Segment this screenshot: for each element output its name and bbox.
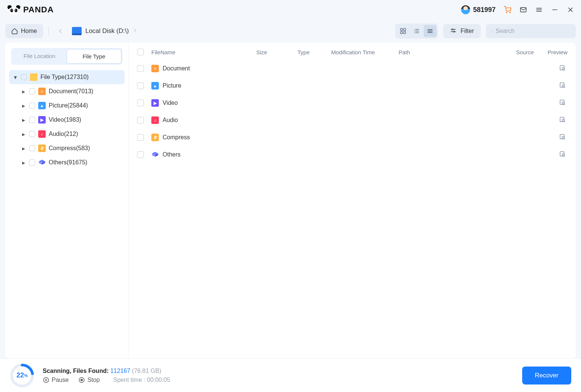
preview-button[interactable]: [559, 116, 568, 124]
file-row[interactable]: ♪Audio: [129, 112, 576, 129]
chevron-right-icon[interactable]: ▸: [21, 117, 26, 122]
list-header: FileName Size Type Modification Time Pat…: [129, 43, 576, 60]
file-row[interactable]: Others: [129, 146, 576, 163]
checkbox[interactable]: [137, 151, 144, 158]
search-input[interactable]: [496, 28, 571, 34]
tree-root-file-type[interactable]: ▾ File Type(127310): [9, 70, 125, 84]
checkbox[interactable]: [137, 65, 144, 72]
chevron-right-icon[interactable]: ▸: [21, 146, 26, 151]
tree-item[interactable]: ▸▲Picture(25844): [17, 98, 125, 113]
file-row[interactable]: ⇵Compress: [129, 129, 576, 146]
app-logo: PANDA: [7, 4, 54, 15]
tree-item[interactable]: ▸≡Document(7013): [17, 84, 125, 98]
back-button[interactable]: [54, 25, 67, 37]
footer: 22% Scanning, Files Found: 112167 (76.81…: [0, 358, 581, 392]
view-mode-group: [395, 24, 438, 39]
recover-button[interactable]: Recover: [522, 367, 571, 385]
col-path[interactable]: Path: [399, 49, 500, 55]
svg-point-65: [81, 379, 83, 381]
tab-file-type[interactable]: File Type: [67, 49, 122, 64]
file-name: Document: [163, 65, 190, 72]
select-all-checkbox[interactable]: [137, 49, 144, 55]
svg-point-3: [10, 9, 13, 12]
svg-rect-19: [404, 32, 406, 34]
scan-info: Scanning, Files Found: 112167 (76.81 GB)…: [43, 368, 170, 383]
view-detail-button[interactable]: [410, 25, 423, 37]
file-row[interactable]: ≡Document: [129, 60, 576, 77]
checkbox[interactable]: [137, 134, 144, 141]
svg-point-32: [454, 31, 455, 32]
svg-point-6: [15, 10, 16, 10]
search-box[interactable]: [486, 24, 576, 38]
col-type[interactable]: Type: [297, 49, 331, 55]
panda-icon: [7, 4, 21, 15]
home-label: Home: [21, 28, 37, 34]
doc-icon: ≡: [38, 88, 46, 95]
preview-button[interactable]: [559, 133, 568, 142]
breadcrumb-label[interactable]: Local Disk (D:\): [85, 27, 129, 35]
tree-item[interactable]: ▸Others(91675): [17, 155, 125, 170]
checkbox[interactable]: [29, 145, 35, 151]
col-preview[interactable]: Preview: [534, 49, 568, 55]
checkbox[interactable]: [137, 82, 144, 89]
checkbox[interactable]: [137, 100, 144, 106]
tree-label: Document(7013): [49, 88, 93, 95]
file-row[interactable]: ▶Video: [129, 94, 576, 112]
checkbox[interactable]: [29, 88, 35, 94]
user-chip[interactable]: 581997: [461, 5, 496, 14]
tab-file-location[interactable]: File Location: [12, 49, 67, 64]
user-id: 581997: [473, 6, 496, 14]
content: FileName Size Type Modification Time Pat…: [129, 43, 576, 358]
chevron-right-icon[interactable]: ▸: [21, 131, 26, 137]
tree-item[interactable]: ▸▶Video(1983): [17, 113, 125, 127]
file-name: Video: [163, 100, 178, 106]
sidebar-tabs: File Location File Type: [11, 48, 122, 65]
checkbox[interactable]: [29, 131, 35, 137]
file-row[interactable]: ▲Picture: [129, 77, 576, 94]
svg-point-61: [43, 377, 49, 383]
view-list-button[interactable]: [424, 25, 436, 37]
checkbox[interactable]: [29, 117, 35, 123]
toolbar: Home Local Disk (D:\) Filter: [0, 19, 581, 43]
preview-button[interactable]: [559, 151, 568, 159]
checkbox[interactable]: [21, 74, 27, 80]
minimize-button[interactable]: [551, 6, 559, 13]
col-filename[interactable]: FileName: [151, 49, 256, 55]
preview-button[interactable]: [559, 64, 568, 73]
chevron-right-icon[interactable]: ▸: [21, 103, 26, 108]
chevron-right-icon[interactable]: ▸: [21, 89, 26, 94]
breadcrumb: Local Disk (D:\): [72, 27, 138, 35]
cart-icon[interactable]: [504, 6, 511, 13]
filter-button[interactable]: Filter: [443, 24, 481, 38]
oth-icon: [151, 151, 159, 158]
col-source[interactable]: Source: [500, 49, 534, 55]
col-size[interactable]: Size: [256, 49, 297, 55]
tree-item[interactable]: ▸♪Audio(212): [17, 127, 125, 141]
svg-point-2: [9, 7, 19, 15]
close-button[interactable]: [567, 6, 574, 13]
checkbox[interactable]: [137, 117, 144, 124]
checkbox[interactable]: [29, 159, 35, 165]
chevron-right-icon[interactable]: ▸: [21, 160, 26, 165]
home-button[interactable]: Home: [5, 24, 43, 38]
progress-percent: 22: [16, 371, 24, 379]
search-icon: [491, 28, 492, 34]
tree-item[interactable]: ▸⇵Compress(583): [17, 141, 125, 155]
stop-icon: [78, 377, 85, 383]
col-modification[interactable]: Modification Time: [331, 49, 399, 55]
preview-button[interactable]: [559, 82, 568, 90]
menu-icon[interactable]: [535, 6, 543, 13]
view-grid-button[interactable]: [397, 25, 409, 37]
folder-icon: [30, 73, 37, 81]
preview-button[interactable]: [559, 99, 568, 107]
svg-line-40: [564, 70, 565, 70]
checkbox[interactable]: [29, 103, 35, 109]
vid-icon: ▶: [38, 116, 46, 124]
zip-icon: ⇵: [38, 145, 46, 152]
chevron-down-icon[interactable]: ▾: [13, 75, 18, 80]
pause-button[interactable]: Pause: [43, 377, 69, 383]
mail-icon[interactable]: [520, 6, 527, 13]
svg-point-8: [510, 12, 511, 13]
scan-status-label: Scanning, Files Found:: [43, 368, 109, 374]
stop-button[interactable]: Stop: [78, 377, 100, 383]
